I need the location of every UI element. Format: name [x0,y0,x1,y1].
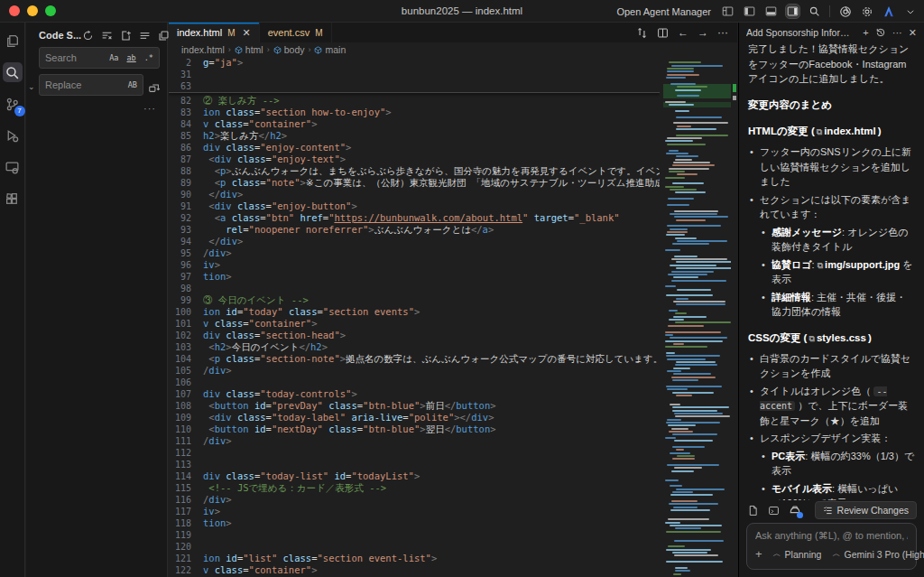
minimap-line [671,470,694,472]
line-number: 87 [169,154,203,165]
model-dropdown[interactable]: ︿ Gemini 3 Pro (High) [832,548,924,560]
tab-index.html[interactable]: index.htmlM✕ [169,23,260,42]
minimap-line [673,162,710,163]
notification-dot [797,512,803,518]
search-input[interactable]: Search Aa ab .* [39,47,160,69]
run-debug-icon[interactable] [3,126,23,145]
minimap-line [672,243,709,245]
search-icon[interactable] [808,5,821,18]
line-number: 117 [169,506,203,517]
minimap-line [666,352,675,354]
whole-word-toggle[interactable]: ab [125,52,138,63]
search-view-icon[interactable] [3,62,23,82]
maximize-window-button[interactable] [45,5,56,16]
browser-icon[interactable] [838,5,852,18]
toggle-search-details[interactable]: ··· [26,103,167,114]
breadcrumb-separator: › [228,45,231,54]
customize-layout-icon[interactable] [721,5,735,18]
toggle-panel-icon[interactable] [764,5,778,18]
line-number: 107 [169,388,203,400]
minimize-window-button[interactable] [27,5,38,16]
history-icon[interactable] [875,27,886,38]
code-area[interactable]: 2g="ja">3163 82② 楽しみ方 -->83ion class="se… [169,57,660,577]
refresh-icon[interactable] [81,29,94,42]
source-control-icon[interactable]: 7 [3,94,23,114]
ruler-cursor-marker [733,96,736,100]
minimap-line [669,171,685,172]
open-agent-manager-button[interactable]: Open Agent Manager [616,6,711,17]
remote-explorer-icon[interactable] [3,157,23,177]
preserve-case-toggle[interactable]: AB [126,79,139,90]
code-line: 104 <p class="section-note">拠点名の数字は、ぶんぶん… [169,353,660,365]
file-link[interactable]: ⧉img/support.jpg [818,259,901,270]
minimap-line [665,186,684,188]
editor-group: index.htmlM✕event.csvM ← → ··· index.htm… [169,23,737,577]
navigate-forward-icon[interactable]: → [698,26,708,39]
match-case-toggle[interactable]: Aa [107,52,120,63]
minimap-line [667,388,688,390]
file-link[interactable]: ⧉styles.css [808,330,865,346]
more-actions-icon[interactable]: ··· [717,26,728,39]
minimap-line [667,68,694,70]
explorer-icon[interactable] [3,31,23,51]
minimap-line [667,358,706,360]
close-tab-icon[interactable]: ✕ [242,27,250,39]
terminal-icon[interactable] [767,504,781,517]
line-number: 121 [169,553,203,564]
panel-close-icon[interactable]: ✕ [909,27,917,39]
breadcrumb-item[interactable]: main [314,44,346,55]
minimap-line [671,258,727,260]
overview-ruler[interactable] [731,57,737,577]
replace-all-icon[interactable] [147,80,162,95]
file-attachment-icon[interactable] [746,504,760,517]
file-link[interactable]: ⧉index.html [817,124,876,139]
minimap-line [673,276,698,278]
new-conversation-icon[interactable]: + [863,27,868,38]
line-number: 101 [169,318,203,330]
panel-more-icon[interactable]: ··· [892,27,902,38]
open-changes-icon[interactable] [636,27,648,39]
toggle-primary-sidebar-icon[interactable] [743,5,756,18]
code-line: 86div class="enjoy-content"> [169,142,660,154]
open-in-editor-icon[interactable] [157,29,170,42]
minimap-line [665,331,721,333]
clear-search-results-icon[interactable] [100,29,113,42]
replace-placeholder: Replace [45,79,126,90]
toggle-secondary-sidebar-icon[interactable] [786,5,799,18]
settings-gear-icon[interactable] [860,5,873,18]
code-line: 95/div> [169,247,660,259]
minimap-line [675,364,717,366]
chevron-down-icon[interactable] [903,5,917,18]
breadcrumb-item[interactable]: index.html [181,44,225,55]
breadcrumb-item[interactable]: html [235,44,263,55]
review-changes-button[interactable]: Review Changes [815,501,917,519]
minimap-line [676,155,698,157]
minimap-line [672,433,717,435]
gemini-icon[interactable] [882,5,895,18]
breadcrumb[interactable]: index.html›html›body›main [169,42,737,57]
toggle-replace-chevron[interactable]: ⌄ [28,82,35,91]
view-as-list-icon[interactable] [138,29,151,42]
line-number: 110 [169,423,203,435]
split-editor-icon[interactable] [657,27,669,39]
browser-preview-icon[interactable] [788,504,801,517]
application-window: bunbun2025 — index.html Open Agent Manag… [0,0,924,577]
minimap-line [666,561,723,563]
add-context-button[interactable]: + [755,547,762,561]
code-line: 111/div> [169,435,660,447]
navigate-back-icon[interactable]: ← [678,26,688,39]
minimap-line [667,74,699,76]
chat-input[interactable]: Ask anything (⌘L), @ to mention, / for w… [746,523,917,570]
mode-dropdown[interactable]: ︿ Planning [773,548,822,560]
breadcrumb-item[interactable]: body [273,44,305,55]
extensions-icon[interactable] [3,189,23,209]
minimap-line [675,570,690,572]
minimap[interactable] [663,57,731,577]
sticky-scroll[interactable]: 2g="ja">3163 [169,57,660,93]
close-window-button[interactable] [9,5,20,16]
new-search-editor-icon[interactable] [119,29,132,42]
regex-toggle[interactable]: .* [143,52,155,63]
minimap-line [674,554,718,556]
tab-event.csv[interactable]: event.csvM [260,23,332,42]
replace-input[interactable]: Replace AB [39,74,143,96]
